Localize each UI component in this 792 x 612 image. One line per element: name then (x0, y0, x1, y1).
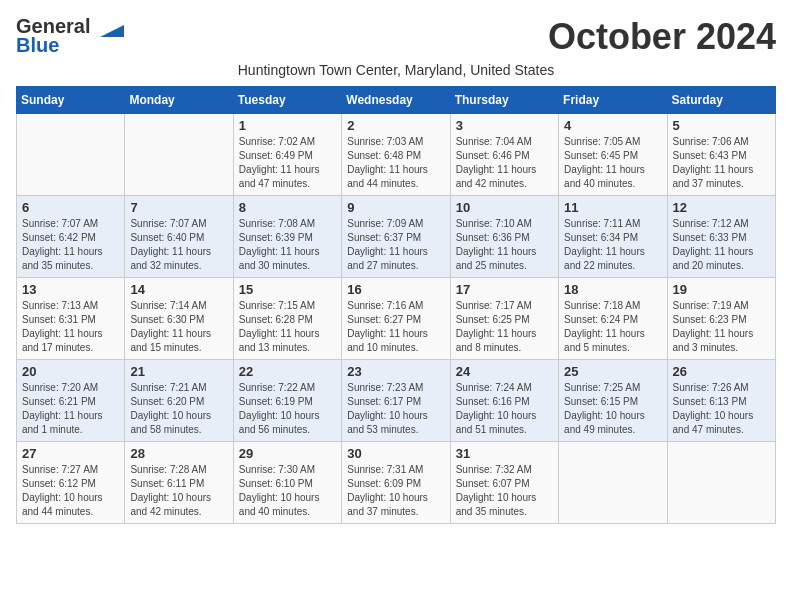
cell-info: Sunrise: 7:02 AM Sunset: 6:49 PM Dayligh… (239, 135, 336, 191)
calendar-week-row: 13Sunrise: 7:13 AM Sunset: 6:31 PM Dayli… (17, 278, 776, 360)
cell-info: Sunrise: 7:32 AM Sunset: 6:07 PM Dayligh… (456, 463, 553, 519)
column-header-tuesday: Tuesday (233, 87, 341, 114)
logo: General Blue (16, 16, 124, 55)
cell-info: Sunrise: 7:07 AM Sunset: 6:40 PM Dayligh… (130, 217, 227, 273)
day-number: 15 (239, 282, 336, 297)
calendar-cell: 30Sunrise: 7:31 AM Sunset: 6:09 PM Dayli… (342, 442, 450, 524)
calendar-week-row: 1Sunrise: 7:02 AM Sunset: 6:49 PM Daylig… (17, 114, 776, 196)
cell-info: Sunrise: 7:19 AM Sunset: 6:23 PM Dayligh… (673, 299, 770, 355)
day-number: 19 (673, 282, 770, 297)
day-number: 9 (347, 200, 444, 215)
calendar-cell (559, 442, 667, 524)
cell-info: Sunrise: 7:08 AM Sunset: 6:39 PM Dayligh… (239, 217, 336, 273)
calendar-cell: 21Sunrise: 7:21 AM Sunset: 6:20 PM Dayli… (125, 360, 233, 442)
calendar-cell: 31Sunrise: 7:32 AM Sunset: 6:07 PM Dayli… (450, 442, 558, 524)
day-number: 24 (456, 364, 553, 379)
calendar-cell: 6Sunrise: 7:07 AM Sunset: 6:42 PM Daylig… (17, 196, 125, 278)
day-number: 6 (22, 200, 119, 215)
calendar-cell (125, 114, 233, 196)
cell-info: Sunrise: 7:14 AM Sunset: 6:30 PM Dayligh… (130, 299, 227, 355)
cell-info: Sunrise: 7:23 AM Sunset: 6:17 PM Dayligh… (347, 381, 444, 437)
day-number: 1 (239, 118, 336, 133)
day-number: 25 (564, 364, 661, 379)
cell-info: Sunrise: 7:10 AM Sunset: 6:36 PM Dayligh… (456, 217, 553, 273)
calendar-cell: 24Sunrise: 7:24 AM Sunset: 6:16 PM Dayli… (450, 360, 558, 442)
calendar-cell (17, 114, 125, 196)
day-number: 5 (673, 118, 770, 133)
cell-info: Sunrise: 7:09 AM Sunset: 6:37 PM Dayligh… (347, 217, 444, 273)
day-number: 12 (673, 200, 770, 215)
subtitle: Huntingtown Town Center, Maryland, Unite… (16, 62, 776, 78)
calendar-cell: 19Sunrise: 7:19 AM Sunset: 6:23 PM Dayli… (667, 278, 775, 360)
calendar-cell: 29Sunrise: 7:30 AM Sunset: 6:10 PM Dayli… (233, 442, 341, 524)
day-number: 17 (456, 282, 553, 297)
calendar-week-row: 6Sunrise: 7:07 AM Sunset: 6:42 PM Daylig… (17, 196, 776, 278)
day-number: 4 (564, 118, 661, 133)
calendar-cell: 16Sunrise: 7:16 AM Sunset: 6:27 PM Dayli… (342, 278, 450, 360)
calendar-cell: 3Sunrise: 7:04 AM Sunset: 6:46 PM Daylig… (450, 114, 558, 196)
month-title: October 2024 (548, 16, 776, 58)
day-number: 13 (22, 282, 119, 297)
calendar-cell: 15Sunrise: 7:15 AM Sunset: 6:28 PM Dayli… (233, 278, 341, 360)
cell-info: Sunrise: 7:07 AM Sunset: 6:42 PM Dayligh… (22, 217, 119, 273)
calendar-cell: 28Sunrise: 7:28 AM Sunset: 6:11 PM Dayli… (125, 442, 233, 524)
calendar-cell: 2Sunrise: 7:03 AM Sunset: 6:48 PM Daylig… (342, 114, 450, 196)
cell-info: Sunrise: 7:18 AM Sunset: 6:24 PM Dayligh… (564, 299, 661, 355)
calendar-cell: 10Sunrise: 7:10 AM Sunset: 6:36 PM Dayli… (450, 196, 558, 278)
day-number: 28 (130, 446, 227, 461)
cell-info: Sunrise: 7:22 AM Sunset: 6:19 PM Dayligh… (239, 381, 336, 437)
cell-info: Sunrise: 7:11 AM Sunset: 6:34 PM Dayligh… (564, 217, 661, 273)
day-number: 27 (22, 446, 119, 461)
calendar-cell: 23Sunrise: 7:23 AM Sunset: 6:17 PM Dayli… (342, 360, 450, 442)
column-header-thursday: Thursday (450, 87, 558, 114)
cell-info: Sunrise: 7:31 AM Sunset: 6:09 PM Dayligh… (347, 463, 444, 519)
calendar-cell: 26Sunrise: 7:26 AM Sunset: 6:13 PM Dayli… (667, 360, 775, 442)
cell-info: Sunrise: 7:06 AM Sunset: 6:43 PM Dayligh… (673, 135, 770, 191)
day-number: 10 (456, 200, 553, 215)
calendar-week-row: 20Sunrise: 7:20 AM Sunset: 6:21 PM Dayli… (17, 360, 776, 442)
column-header-wednesday: Wednesday (342, 87, 450, 114)
day-number: 20 (22, 364, 119, 379)
cell-info: Sunrise: 7:21 AM Sunset: 6:20 PM Dayligh… (130, 381, 227, 437)
day-number: 3 (456, 118, 553, 133)
calendar-table: SundayMondayTuesdayWednesdayThursdayFrid… (16, 86, 776, 524)
cell-info: Sunrise: 7:13 AM Sunset: 6:31 PM Dayligh… (22, 299, 119, 355)
calendar-cell: 14Sunrise: 7:14 AM Sunset: 6:30 PM Dayli… (125, 278, 233, 360)
calendar-cell: 7Sunrise: 7:07 AM Sunset: 6:40 PM Daylig… (125, 196, 233, 278)
calendar-cell: 27Sunrise: 7:27 AM Sunset: 6:12 PM Dayli… (17, 442, 125, 524)
calendar-cell: 12Sunrise: 7:12 AM Sunset: 6:33 PM Dayli… (667, 196, 775, 278)
day-number: 26 (673, 364, 770, 379)
cell-info: Sunrise: 7:28 AM Sunset: 6:11 PM Dayligh… (130, 463, 227, 519)
calendar-cell: 5Sunrise: 7:06 AM Sunset: 6:43 PM Daylig… (667, 114, 775, 196)
calendar-cell (667, 442, 775, 524)
calendar-cell: 8Sunrise: 7:08 AM Sunset: 6:39 PM Daylig… (233, 196, 341, 278)
cell-info: Sunrise: 7:05 AM Sunset: 6:45 PM Dayligh… (564, 135, 661, 191)
cell-info: Sunrise: 7:25 AM Sunset: 6:15 PM Dayligh… (564, 381, 661, 437)
cell-info: Sunrise: 7:15 AM Sunset: 6:28 PM Dayligh… (239, 299, 336, 355)
calendar-cell: 4Sunrise: 7:05 AM Sunset: 6:45 PM Daylig… (559, 114, 667, 196)
day-number: 23 (347, 364, 444, 379)
calendar-cell: 9Sunrise: 7:09 AM Sunset: 6:37 PM Daylig… (342, 196, 450, 278)
calendar-week-row: 27Sunrise: 7:27 AM Sunset: 6:12 PM Dayli… (17, 442, 776, 524)
calendar-cell: 11Sunrise: 7:11 AM Sunset: 6:34 PM Dayli… (559, 196, 667, 278)
cell-info: Sunrise: 7:12 AM Sunset: 6:33 PM Dayligh… (673, 217, 770, 273)
cell-info: Sunrise: 7:24 AM Sunset: 6:16 PM Dayligh… (456, 381, 553, 437)
cell-info: Sunrise: 7:20 AM Sunset: 6:21 PM Dayligh… (22, 381, 119, 437)
day-number: 29 (239, 446, 336, 461)
day-number: 22 (239, 364, 336, 379)
calendar-cell: 13Sunrise: 7:13 AM Sunset: 6:31 PM Dayli… (17, 278, 125, 360)
day-number: 31 (456, 446, 553, 461)
calendar-header-row: SundayMondayTuesdayWednesdayThursdayFrid… (17, 87, 776, 114)
day-number: 8 (239, 200, 336, 215)
calendar-cell: 17Sunrise: 7:17 AM Sunset: 6:25 PM Dayli… (450, 278, 558, 360)
column-header-saturday: Saturday (667, 87, 775, 114)
cell-info: Sunrise: 7:16 AM Sunset: 6:27 PM Dayligh… (347, 299, 444, 355)
cell-info: Sunrise: 7:30 AM Sunset: 6:10 PM Dayligh… (239, 463, 336, 519)
cell-info: Sunrise: 7:17 AM Sunset: 6:25 PM Dayligh… (456, 299, 553, 355)
svg-marker-0 (100, 25, 124, 37)
calendar-cell: 22Sunrise: 7:22 AM Sunset: 6:19 PM Dayli… (233, 360, 341, 442)
day-number: 11 (564, 200, 661, 215)
day-number: 16 (347, 282, 444, 297)
cell-info: Sunrise: 7:27 AM Sunset: 6:12 PM Dayligh… (22, 463, 119, 519)
column-header-friday: Friday (559, 87, 667, 114)
